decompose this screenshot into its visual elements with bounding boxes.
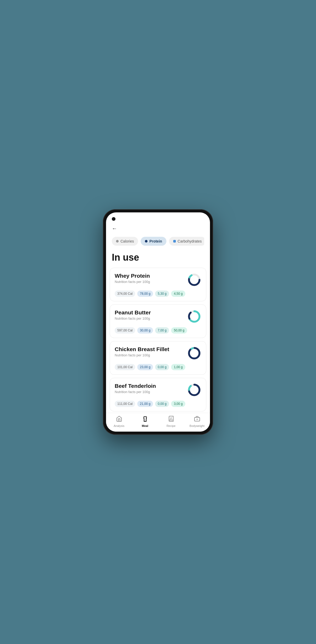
- stat-carbs: 5,30 g: [155, 291, 169, 297]
- donut-chart-whey: [187, 273, 201, 287]
- food-card-peanut-butter[interactable]: Peanut Butter Nutrition facts per 100g 5…: [110, 304, 206, 338]
- nav-item-recipe[interactable]: Recipe: [158, 416, 184, 427]
- donut-chart-pb: [187, 309, 201, 324]
- nav-label-analysis: Analysis: [114, 424, 124, 427]
- food-list: Whey Protein Nutrition facts per 100g 37…: [106, 268, 210, 413]
- food-stats-chicken: 101,00 Cal 23,00 g 0,00 g 1,00 g: [115, 364, 201, 370]
- donut-chart-chicken: [187, 346, 201, 360]
- food-card-top-beef: Beef Tenderloin Nutrition facts per 100g: [115, 383, 201, 397]
- nav-item-bodyweight[interactable]: Bodyweight: [184, 416, 210, 427]
- food-name-pb: Peanut Butter: [115, 309, 151, 316]
- food-card-top-chicken: Chicken Breast Fillet Nutrition facts pe…: [115, 346, 201, 360]
- filter-tab-calories[interactable]: Calories: [112, 237, 138, 246]
- filter-tab-protein-label: Protein: [149, 239, 162, 243]
- carbs-dot-icon: [173, 240, 176, 243]
- food-card-chicken[interactable]: Chicken Breast Fillet Nutrition facts pe…: [110, 341, 206, 375]
- nav-label-bodyweight: Bodyweight: [189, 424, 204, 427]
- donut-chart-beef: [187, 383, 201, 397]
- stat-calories-chicken: 101,00 Cal: [115, 364, 135, 370]
- filter-tabs: Calories Protein Carbohydrates: [112, 237, 204, 246]
- section-title: In use: [106, 252, 210, 263]
- protein-dot-icon: [145, 240, 148, 243]
- nav-label-recipe: Recipe: [166, 424, 175, 427]
- stat-protein: 78,00 g: [137, 291, 153, 297]
- recipe-icon: [168, 416, 174, 423]
- calories-dot-icon: [116, 240, 119, 243]
- food-stats-pb: 597,00 Cal 30,00 g 7,00 g 50,00 g: [115, 327, 201, 334]
- food-card-whey-protein[interactable]: Whey Protein Nutrition facts per 100g 37…: [110, 268, 206, 301]
- food-info: Whey Protein Nutrition facts per 100g: [115, 273, 150, 284]
- nav-label-meal: Meal: [142, 424, 148, 427]
- nav-item-meal[interactable]: Meal: [132, 416, 158, 427]
- meal-icon: [142, 416, 148, 423]
- stat-carbs-beef: 0,00 g: [155, 401, 169, 407]
- filter-tab-protein[interactable]: Protein: [141, 237, 166, 246]
- phone-screen: ← Calories Protein Carbohydrates: [106, 212, 210, 432]
- filter-tab-carbs-label: Carbohydrates: [178, 239, 202, 243]
- food-stats-beef: 111,00 Cal 21,00 g 0,00 g 3,00 g: [115, 401, 201, 407]
- svg-point-7: [189, 348, 199, 358]
- bodyweight-icon: [194, 416, 200, 423]
- back-button[interactable]: ←: [112, 226, 204, 232]
- stat-protein-beef: 21,00 g: [137, 401, 153, 407]
- food-subtitle-beef: Nutrition facts per 100g: [115, 390, 156, 394]
- stat-protein-chicken: 23,00 g: [137, 364, 153, 370]
- camera-dot: [112, 217, 115, 221]
- stat-fat: 4,50 g: [171, 291, 185, 297]
- food-info-beef: Beef Tenderloin Nutrition facts per 100g: [115, 383, 156, 394]
- food-subtitle-pb: Nutrition facts per 100g: [115, 316, 151, 320]
- top-section: ← Calories Protein Carbohydrates: [106, 212, 210, 246]
- filter-tab-carbs[interactable]: Carbohydrates: [169, 237, 204, 246]
- stat-carbs-chicken: 0,00 g: [155, 364, 169, 370]
- food-stats: 374,00 Cal 78,00 g 5,30 g 4,50 g: [115, 291, 201, 297]
- back-arrow-icon: ←: [112, 226, 117, 232]
- stat-fat-beef: 3,00 g: [171, 401, 185, 407]
- stat-calories-pb: 597,00 Cal: [115, 327, 135, 334]
- food-card-beef[interactable]: Beef Tenderloin Nutrition facts per 100g…: [110, 378, 206, 411]
- nav-item-analysis[interactable]: Analysis: [106, 416, 132, 427]
- home-icon: [116, 416, 122, 423]
- bottom-nav: Analysis Meal: [106, 413, 210, 432]
- stat-fat-chicken: 1,00 g: [171, 364, 185, 370]
- stat-calories-beef: 111,00 Cal: [115, 401, 135, 407]
- stat-fat-pb: 50,00 g: [171, 327, 187, 334]
- food-info-chicken: Chicken Breast Fillet Nutrition facts pe…: [115, 346, 169, 357]
- food-subtitle-chicken: Nutrition facts per 100g: [115, 353, 169, 357]
- stat-carbs-pb: 7,00 g: [155, 327, 169, 334]
- food-name-chicken: Chicken Breast Fillet: [115, 346, 169, 352]
- food-card-top-pb: Peanut Butter Nutrition facts per 100g: [115, 309, 201, 324]
- food-info-pb: Peanut Butter Nutrition facts per 100g: [115, 309, 151, 320]
- stat-protein-pb: 30,00 g: [137, 327, 153, 334]
- food-subtitle: Nutrition facts per 100g: [115, 280, 150, 284]
- food-card-top: Whey Protein Nutrition facts per 100g: [115, 273, 201, 287]
- food-name: Whey Protein: [115, 273, 150, 279]
- food-name-beef: Beef Tenderloin: [115, 383, 156, 389]
- content-area: ← Calories Protein Carbohydrates: [106, 212, 210, 413]
- filter-tab-calories-label: Calories: [120, 239, 134, 243]
- stat-calories: 374,00 Cal: [115, 291, 135, 297]
- phone-frame: ← Calories Protein Carbohydrates: [103, 209, 213, 435]
